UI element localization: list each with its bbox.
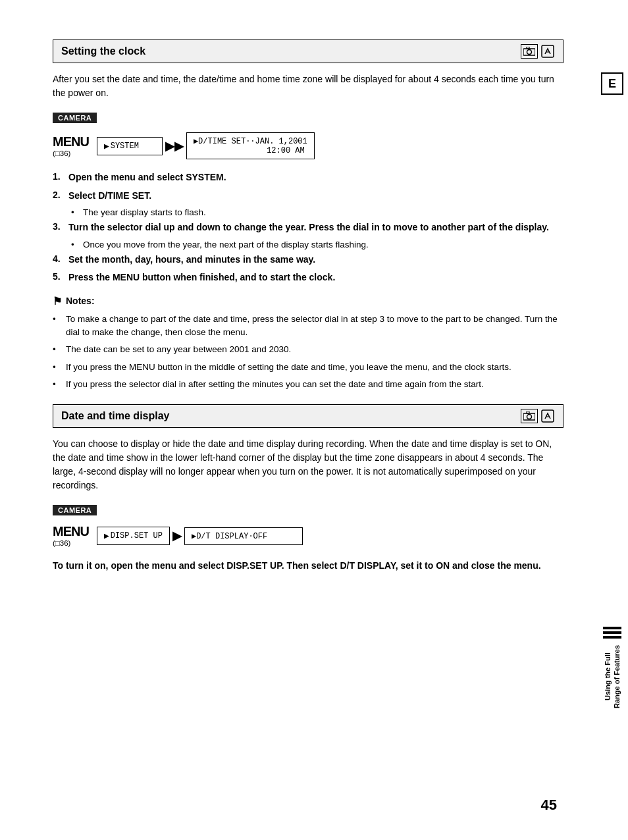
note-2-text: The date can be set to any year between …: [66, 343, 291, 356]
step-4-num: 4.: [53, 253, 68, 264]
page-wrapper: Setting the clock: [0, 0, 628, 840]
step-3-sub: • Once you move from the year, the next …: [71, 240, 563, 249]
menu-box-1b-line1: ▶D/TIME SET··JAN. 1,2001: [194, 136, 307, 146]
notes-icon: ⚑: [53, 295, 62, 307]
svg-rect-8: [542, 410, 554, 422]
sidebar-line-2: [603, 631, 621, 634]
menu-box-1b: ▶D/TIME SET··JAN. 1,2001 12:00 AM: [186, 132, 315, 159]
pencil-icon-2: [541, 409, 554, 423]
step-5: 5. Press the MENU button when finished, …: [53, 271, 563, 284]
camera-badge-1: CAMERA: [53, 113, 97, 123]
menu-row-2: MENU (□36) ▶ DISP.SET UP ▶ ▶D/T DISPLAY·…: [53, 525, 563, 547]
notes-header: ⚑ Notes:: [53, 295, 563, 307]
sidebar-line-1: [603, 627, 621, 629]
step-2-sub-text: The year display starts to flash.: [83, 207, 206, 217]
notes-title: Notes:: [66, 296, 95, 306]
step-1: 1. Open the menu and select SYSTEM.: [53, 171, 563, 184]
main-content: Setting the clock: [0, 0, 596, 840]
double-arrow-2: ▶: [172, 529, 182, 543]
camera-icon-2: [523, 411, 535, 421]
menu-label-block-1: MENU (□36): [53, 135, 89, 157]
step-3-text: Turn the selector dial up and down to ch…: [68, 221, 563, 234]
menu-arrow-1: ▶: [104, 141, 109, 151]
section1-title: Setting the clock: [61, 45, 145, 57]
step-3: 3. Turn the selector dial up and down to…: [53, 221, 563, 234]
note-3: • If you press the MENU button in the mi…: [53, 361, 563, 374]
note-2: • The date can be set to any year betwee…: [53, 343, 563, 356]
menu-ref-2: (□36): [53, 539, 70, 547]
svg-rect-2: [527, 47, 529, 49]
camera-icon: [523, 47, 535, 56]
section1-header: Setting the clock: [53, 39, 563, 63]
bullet-dot-2: •: [71, 207, 79, 217]
menu-row-1: MENU (□36) ▶ SYSTEM ▶▶ ▶D/TIME SET··JAN.…: [53, 132, 563, 159]
notes-section: ⚑ Notes: • To make a change to part of t…: [53, 295, 563, 391]
note-dot-2: •: [53, 343, 62, 356]
section2-title: Date and time display: [61, 410, 170, 422]
menu-label-1: MENU: [53, 135, 89, 148]
step-3-sub-text: Once you move from the year, the next pa…: [83, 240, 369, 249]
section1-icons: [521, 44, 555, 59]
sidebar-text-wrapper: Using the Full Range of Features: [596, 627, 628, 708]
pencil-icon-box: [540, 44, 555, 59]
e-badge: E: [601, 72, 623, 95]
svg-point-6: [527, 415, 532, 419]
note-4: • If you press the selector dial in afte…: [53, 378, 563, 391]
step-2-sub: • The year display starts to flash.: [71, 207, 563, 217]
step-2: 2. Select D/TIME SET.: [53, 190, 563, 203]
double-arrow-1: ▶▶: [165, 139, 184, 153]
ref-symbol-2: □: [55, 539, 60, 547]
pencil-icon-box-2: [540, 409, 555, 423]
note-1: • To make a change to part of the date a…: [53, 313, 563, 340]
menu-label-2: MENU: [53, 525, 89, 538]
section2-header: Date and time display: [53, 404, 563, 428]
ref-symbol-1: □: [55, 149, 60, 157]
section1-intro: After you set the date and time, the dat…: [53, 72, 563, 100]
svg-rect-7: [527, 411, 529, 413]
menu-box-2b: ▶D/T DISPLAY·OFF: [184, 527, 303, 545]
menu-arrow-2: ▶: [104, 531, 109, 541]
camera-badge-2: CAMERA: [53, 505, 97, 515]
camera-icon-box-2: [521, 409, 538, 423]
menu-box-2a: ▶ DISP.SET UP: [97, 527, 170, 545]
note-dot-4: •: [53, 378, 62, 391]
step-1-num: 1.: [53, 171, 68, 182]
menu-label-block-2: MENU (□36): [53, 525, 89, 547]
sidebar-line-3: [603, 636, 621, 639]
page-number: 45: [541, 797, 557, 814]
step-4-text: Set the month, day, hours, and minutes i…: [68, 253, 563, 267]
step-5-num: 5.: [53, 271, 68, 282]
step-5-text: Press the MENU button when finished, and…: [68, 271, 563, 284]
menu-box-1b-line2: 12:00 AM: [194, 146, 307, 155]
bullet-dot-3: •: [71, 240, 79, 249]
section2-icons: [521, 409, 555, 423]
sidebar-lines: [603, 627, 621, 639]
svg-rect-3: [542, 45, 554, 57]
step-1-text: Open the menu and select SYSTEM.: [68, 171, 563, 184]
step-3-num: 3.: [53, 221, 68, 232]
step-2-text: Select D/TIME SET.: [68, 190, 563, 203]
sidebar-rotated-text: Using the Full Range of Features: [603, 645, 622, 708]
menu-box-2b-text: ▶D/T DISPLAY·OFF: [192, 532, 267, 541]
section2-intro: You can choose to display or hide the da…: [53, 437, 563, 492]
right-sidebar: E Using the Full Range of Features: [596, 0, 628, 840]
menu-ref-1: (□36): [53, 149, 70, 157]
note-1-text: To make a change to part of the date and…: [66, 313, 563, 340]
camera-icon-box: [521, 44, 538, 59]
menu-box-2a-text: DISP.SET UP: [111, 531, 163, 540]
step-2-num: 2.: [53, 190, 68, 200]
steps-section: 1. Open the menu and select SYSTEM. 2. S…: [53, 171, 563, 284]
menu-box-1a-text: SYSTEM: [111, 142, 139, 151]
menu-box-1a: ▶ SYSTEM: [97, 137, 163, 155]
note-3-text: If you press the MENU button in the midd…: [66, 361, 511, 374]
section2-bottom-text: To turn it on, open the menu and select …: [53, 559, 563, 573]
note-4-text: If you press the selector dial in after …: [66, 378, 484, 391]
svg-point-1: [527, 50, 532, 55]
step-4: 4. Set the month, day, hours, and minute…: [53, 253, 563, 267]
pencil-icon: [541, 45, 554, 58]
note-dot-1: •: [53, 313, 62, 340]
note-dot-3: •: [53, 361, 62, 374]
